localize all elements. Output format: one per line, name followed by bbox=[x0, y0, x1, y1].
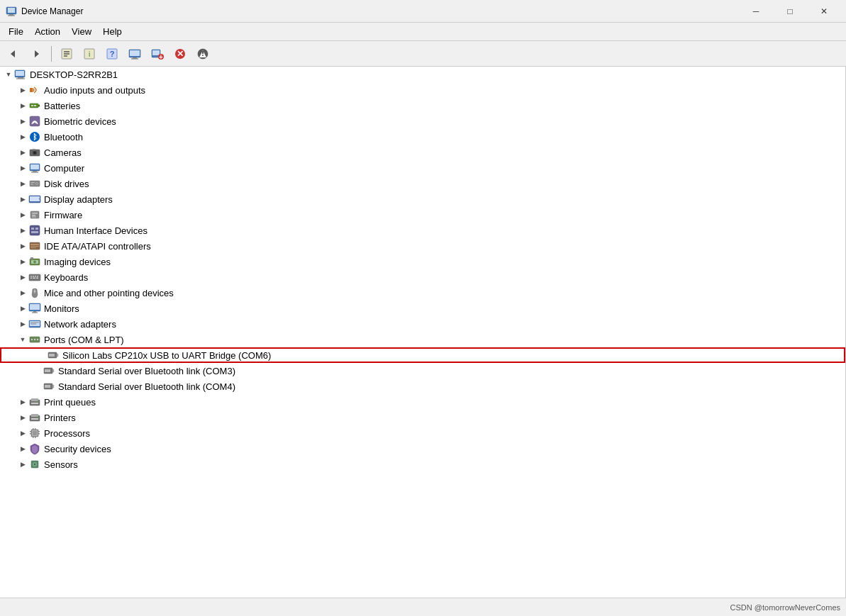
printers-expand-icon[interactable]: ▶ bbox=[17, 412, 28, 423]
cameras-expand-icon[interactable]: ▶ bbox=[17, 147, 28, 158]
tree-item-imaging[interactable]: ▶ Imaging devices bbox=[0, 254, 845, 269]
printqueues-expand-icon[interactable]: ▶ bbox=[17, 396, 28, 408]
tree-item-hid[interactable]: ▶ Human Interface Devices bbox=[0, 223, 845, 238]
network-expand-icon[interactable]: ▶ bbox=[17, 318, 28, 330]
minimize-button[interactable]: ─ bbox=[740, 0, 772, 23]
svg-rect-101 bbox=[52, 385, 54, 388]
svg-rect-113 bbox=[33, 431, 37, 435]
menu-item-file[interactable]: File bbox=[3, 24, 29, 39]
printers-icon bbox=[28, 411, 41, 424]
computer-expand-icon[interactable]: ▶ bbox=[17, 162, 28, 174]
bt4-label: Standard Serial over Bluetooth link (COM… bbox=[58, 381, 235, 392]
svg-rect-26 bbox=[202, 51, 204, 54]
biometric-expand-icon[interactable]: ▶ bbox=[17, 116, 28, 127]
audio-expand-icon[interactable]: ▶ bbox=[17, 84, 28, 96]
svg-rect-77 bbox=[30, 278, 32, 279]
maximize-button[interactable]: □ bbox=[774, 0, 806, 23]
printqueues-label: Print queues bbox=[44, 397, 96, 408]
status-text: CSDN @tomorrowNeverComes bbox=[730, 603, 840, 612]
properties-button[interactable] bbox=[56, 44, 77, 64]
svg-point-71 bbox=[33, 261, 36, 264]
tree-item-cameras[interactable]: ▶ Cameras bbox=[0, 145, 845, 160]
root-expand-icon[interactable]: ▼ bbox=[3, 69, 14, 80]
tree-item-audio[interactable]: ▶ Audio inputs and outputs bbox=[0, 82, 845, 98]
menu-item-help[interactable]: Help bbox=[97, 24, 128, 39]
displayadapters-expand-icon[interactable]: ▶ bbox=[17, 194, 28, 205]
tree-item-printers[interactable]: ▶ Printers bbox=[0, 410, 845, 425]
network-icon bbox=[28, 318, 41, 330]
tree-item-computer[interactable]: ▶ Computer bbox=[0, 160, 845, 176]
device-tree[interactable]: ▼ DESKTOP-S2RR2B1 ▶ Audio bbox=[0, 67, 846, 598]
svg-rect-65 bbox=[30, 244, 39, 245]
displayadapters-label: Display adapters bbox=[44, 194, 113, 205]
svg-rect-99 bbox=[45, 369, 50, 372]
ports-expand-icon[interactable]: ▼ bbox=[17, 334, 28, 345]
svg-rect-88 bbox=[30, 323, 39, 323]
diskdrives-expand-icon[interactable]: ▶ bbox=[17, 178, 28, 189]
tree-item-ide[interactable]: ▶ IDE ATA/ATAPI controllers bbox=[0, 238, 845, 254]
display-button[interactable] bbox=[124, 44, 145, 64]
mice-expand-icon[interactable]: ▶ bbox=[17, 287, 28, 298]
svg-marker-4 bbox=[11, 50, 15, 57]
back-button[interactable] bbox=[3, 44, 24, 64]
svg-point-55 bbox=[39, 198, 40, 200]
imaging-expand-icon[interactable]: ▶ bbox=[17, 256, 28, 267]
tree-item-firmware[interactable]: ▶ Firmware bbox=[0, 207, 845, 223]
batteries-expand-icon[interactable]: ▶ bbox=[17, 100, 28, 111]
ide-expand-icon[interactable]: ▶ bbox=[17, 240, 28, 252]
displayadapters-icon bbox=[28, 193, 41, 206]
bt4-icon bbox=[43, 380, 55, 393]
uninstall-button[interactable]: ✕ bbox=[169, 44, 191, 64]
tree-item-mice[interactable]: ▶ Mice and other pointing devices bbox=[0, 285, 845, 301]
hid-expand-icon[interactable]: ▶ bbox=[17, 225, 28, 236]
forward-button[interactable] bbox=[26, 44, 47, 64]
tree-item-bt4[interactable]: Standard Serial over Bluetooth link (COM… bbox=[0, 379, 845, 394]
tree-item-sensors[interactable]: ▶ Sensors bbox=[0, 457, 845, 472]
svg-text:ᛒ: ᛒ bbox=[33, 133, 38, 141]
update-driver-button[interactable]: i bbox=[79, 44, 100, 64]
hid-icon bbox=[28, 224, 41, 237]
biometric-icon bbox=[28, 115, 41, 128]
svg-point-110 bbox=[37, 417, 38, 418]
tree-item-processors[interactable]: ▶ Processors bbox=[0, 425, 845, 441]
tree-item-bt3[interactable]: Standard Serial over Bluetooth link (COM… bbox=[0, 363, 845, 379]
tree-item-biometric[interactable]: ▶ Biometric devices bbox=[0, 113, 845, 129]
tree-item-cp210x[interactable]: Silicon Labs CP210x USB to UART Bridge (… bbox=[0, 347, 845, 363]
tree-item-network[interactable]: ▶ Network adapters bbox=[0, 316, 845, 332]
bluetooth-expand-icon[interactable]: ▶ bbox=[17, 131, 28, 142]
svg-rect-32 bbox=[30, 88, 33, 92]
keyboards-expand-icon[interactable]: ▶ bbox=[17, 271, 28, 283]
svg-rect-63 bbox=[31, 231, 38, 233]
svg-rect-47 bbox=[31, 172, 38, 173]
close-button[interactable]: ✕ bbox=[808, 0, 840, 23]
processors-expand-icon[interactable]: ▶ bbox=[17, 427, 28, 439]
tree-item-monitors[interactable]: ▶ Monitors bbox=[0, 301, 845, 316]
tree-item-ports[interactable]: ▼ Ports (COM & LPT) bbox=[0, 332, 845, 347]
tree-item-displayadapters[interactable]: ▶ Display adapters bbox=[0, 191, 845, 207]
tree-root[interactable]: ▼ DESKTOP-S2RR2B1 bbox=[0, 67, 845, 82]
tree-item-printqueues[interactable]: ▶ Print queues bbox=[0, 394, 845, 410]
svg-rect-46 bbox=[33, 171, 37, 172]
tree-item-security[interactable]: ▶ Security devices bbox=[0, 441, 845, 457]
menu-item-action[interactable]: Action bbox=[29, 24, 66, 39]
menu-item-view[interactable]: View bbox=[66, 24, 97, 39]
firmware-expand-icon[interactable]: ▶ bbox=[17, 209, 28, 220]
diskdrives-label: Disk drives bbox=[44, 179, 89, 189]
status-bar: CSDN @tomorrowNeverComes bbox=[0, 598, 846, 616]
help-button[interactable]: ? bbox=[101, 44, 123, 64]
monitors-icon bbox=[28, 302, 41, 315]
tree-item-bluetooth[interactable]: ▶ ᛒ Bluetooth bbox=[0, 129, 845, 145]
monitors-expand-icon[interactable]: ▶ bbox=[17, 303, 28, 314]
svg-rect-36 bbox=[34, 105, 36, 106]
tree-item-batteries[interactable]: ▶ Batteries bbox=[0, 98, 845, 113]
svg-rect-16 bbox=[133, 57, 137, 59]
svg-rect-73 bbox=[30, 276, 32, 277]
tree-item-keyboards[interactable]: ▶ Keyboards bbox=[0, 269, 845, 285]
scan-button[interactable] bbox=[192, 44, 213, 64]
sensors-expand-icon[interactable]: ▶ bbox=[17, 459, 28, 470]
tree-item-diskdrives[interactable]: ▶ Disk drives bbox=[0, 176, 845, 191]
audio-label: Audio inputs and outputs bbox=[44, 85, 145, 96]
add-hardware-button[interactable]: + bbox=[147, 44, 168, 64]
security-expand-icon[interactable]: ▶ bbox=[17, 443, 28, 454]
svg-rect-98 bbox=[52, 369, 54, 372]
